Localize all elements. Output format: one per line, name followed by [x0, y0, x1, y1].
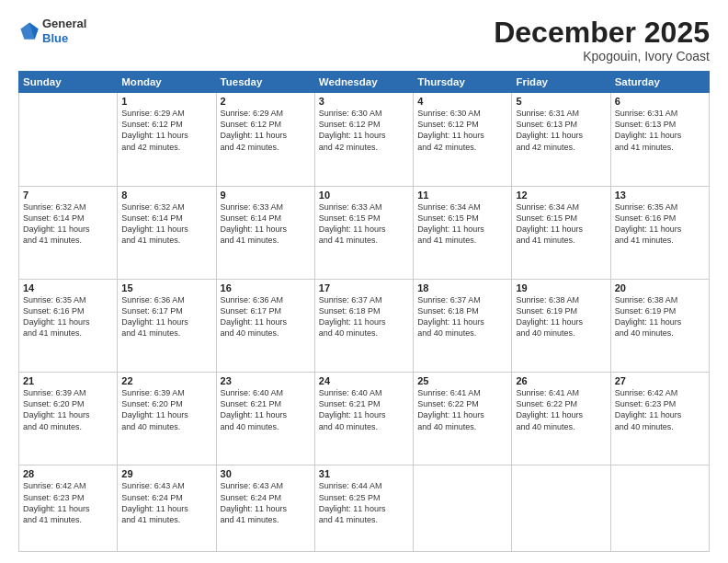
day-info: Sunrise: 6:43 AM Sunset: 6:24 PM Dayligh…	[221, 480, 311, 525]
weekday-header-thursday: Thursday	[414, 72, 512, 93]
day-number: 3	[319, 96, 409, 107]
day-number: 29	[121, 468, 211, 479]
day-number: 9	[221, 190, 311, 201]
calendar-cell: 2Sunrise: 6:29 AM Sunset: 6:12 PM Daylig…	[216, 93, 314, 186]
day-info: Sunrise: 6:39 AM Sunset: 6:20 PM Dayligh…	[23, 387, 113, 432]
weekday-header-wednesday: Wednesday	[314, 72, 413, 93]
logo-blue: Blue	[42, 31, 68, 45]
day-info: Sunrise: 6:32 AM Sunset: 6:14 PM Dayligh…	[121, 201, 211, 247]
day-info: Sunrise: 6:34 AM Sunset: 6:15 PM Dayligh…	[417, 201, 507, 247]
calendar-cell: 13Sunrise: 6:35 AM Sunset: 6:16 PM Dayli…	[610, 186, 709, 279]
day-number: 25	[417, 375, 507, 386]
day-number: 10	[319, 190, 409, 201]
calendar-cell: 8Sunrise: 6:32 AM Sunset: 6:14 PM Daylig…	[118, 186, 216, 279]
calendar-cell: 16Sunrise: 6:36 AM Sunset: 6:17 PM Dayli…	[216, 279, 314, 372]
calendar-week-row: 7Sunrise: 6:32 AM Sunset: 6:14 PM Daylig…	[19, 186, 710, 279]
day-number: 5	[516, 96, 606, 107]
day-info: Sunrise: 6:29 AM Sunset: 6:12 PM Dayligh…	[121, 108, 211, 153]
day-number: 22	[121, 375, 211, 386]
calendar-cell: 24Sunrise: 6:40 AM Sunset: 6:21 PM Dayli…	[314, 373, 413, 465]
calendar-cell: 21Sunrise: 6:39 AM Sunset: 6:20 PM Dayli…	[19, 373, 118, 465]
day-number: 15	[121, 282, 211, 293]
calendar-cell: 5Sunrise: 6:31 AM Sunset: 6:13 PM Daylig…	[512, 93, 610, 186]
calendar-cell: 23Sunrise: 6:40 AM Sunset: 6:21 PM Dayli…	[216, 373, 314, 465]
weekday-header-saturday: Saturday	[610, 72, 709, 93]
calendar-cell: 22Sunrise: 6:39 AM Sunset: 6:20 PM Dayli…	[118, 373, 216, 465]
day-number: 4	[417, 96, 507, 107]
day-info: Sunrise: 6:33 AM Sunset: 6:15 PM Dayligh…	[319, 201, 409, 247]
calendar-cell: 31Sunrise: 6:44 AM Sunset: 6:25 PM Dayli…	[314, 465, 413, 552]
day-number: 14	[23, 282, 113, 293]
logo-text: General Blue	[42, 17, 86, 45]
calendar-week-row: 28Sunrise: 6:42 AM Sunset: 6:23 PM Dayli…	[19, 465, 710, 552]
calendar-week-row: 1Sunrise: 6:29 AM Sunset: 6:12 PM Daylig…	[19, 93, 710, 186]
calendar-cell: 14Sunrise: 6:35 AM Sunset: 6:16 PM Dayli…	[19, 279, 118, 372]
day-number: 8	[121, 190, 211, 201]
weekday-header-monday: Monday	[118, 72, 216, 93]
day-info: Sunrise: 6:40 AM Sunset: 6:21 PM Dayligh…	[319, 387, 409, 432]
title-block: December 2025 Kpogouin, Ivory Coast	[494, 17, 710, 63]
day-number: 1	[121, 96, 211, 107]
calendar-cell: 17Sunrise: 6:37 AM Sunset: 6:18 PM Dayli…	[314, 279, 413, 372]
calendar-cell: 18Sunrise: 6:37 AM Sunset: 6:18 PM Dayli…	[414, 279, 512, 372]
day-info: Sunrise: 6:35 AM Sunset: 6:16 PM Dayligh…	[615, 201, 705, 247]
day-number: 30	[221, 468, 311, 479]
day-number: 11	[417, 190, 507, 201]
calendar-cell	[610, 465, 709, 552]
day-info: Sunrise: 6:30 AM Sunset: 6:12 PM Dayligh…	[319, 108, 409, 153]
day-number: 16	[221, 282, 311, 293]
day-info: Sunrise: 6:37 AM Sunset: 6:18 PM Dayligh…	[319, 294, 409, 339]
day-number: 21	[23, 375, 113, 386]
weekday-header-friday: Friday	[512, 72, 610, 93]
day-number: 20	[615, 282, 705, 293]
day-number: 12	[516, 190, 606, 201]
calendar-cell: 1Sunrise: 6:29 AM Sunset: 6:12 PM Daylig…	[118, 93, 216, 186]
weekday-header-tuesday: Tuesday	[216, 72, 314, 93]
day-number: 13	[615, 190, 705, 201]
day-info: Sunrise: 6:39 AM Sunset: 6:20 PM Dayligh…	[121, 387, 211, 432]
calendar-week-row: 14Sunrise: 6:35 AM Sunset: 6:16 PM Dayli…	[19, 279, 710, 372]
header: General Blue December 2025 Kpogouin, Ivo…	[18, 17, 710, 63]
calendar-cell: 27Sunrise: 6:42 AM Sunset: 6:23 PM Dayli…	[610, 373, 709, 465]
day-number: 26	[516, 375, 606, 386]
calendar-cell: 10Sunrise: 6:33 AM Sunset: 6:15 PM Dayli…	[314, 186, 413, 279]
day-info: Sunrise: 6:40 AM Sunset: 6:21 PM Dayligh…	[221, 387, 311, 432]
day-info: Sunrise: 6:36 AM Sunset: 6:17 PM Dayligh…	[121, 294, 211, 339]
day-number: 18	[417, 282, 507, 293]
day-number: 24	[319, 375, 409, 386]
day-info: Sunrise: 6:38 AM Sunset: 6:19 PM Dayligh…	[516, 294, 606, 339]
calendar-cell: 19Sunrise: 6:38 AM Sunset: 6:19 PM Dayli…	[512, 279, 610, 372]
calendar-cell: 6Sunrise: 6:31 AM Sunset: 6:13 PM Daylig…	[610, 93, 709, 186]
day-info: Sunrise: 6:44 AM Sunset: 6:25 PM Dayligh…	[319, 480, 409, 525]
day-number: 2	[221, 96, 311, 107]
day-info: Sunrise: 6:29 AM Sunset: 6:12 PM Dayligh…	[221, 108, 311, 153]
calendar-cell: 30Sunrise: 6:43 AM Sunset: 6:24 PM Dayli…	[216, 465, 314, 552]
day-info: Sunrise: 6:36 AM Sunset: 6:17 PM Dayligh…	[221, 294, 311, 339]
day-info: Sunrise: 6:41 AM Sunset: 6:22 PM Dayligh…	[516, 387, 606, 432]
location-subtitle: Kpogouin, Ivory Coast	[494, 49, 710, 63]
calendar-cell: 7Sunrise: 6:32 AM Sunset: 6:14 PM Daylig…	[19, 186, 118, 279]
logo-icon	[18, 20, 40, 42]
calendar-cell: 11Sunrise: 6:34 AM Sunset: 6:15 PM Dayli…	[414, 186, 512, 279]
calendar-cell: 9Sunrise: 6:33 AM Sunset: 6:14 PM Daylig…	[216, 186, 314, 279]
calendar-cell: 26Sunrise: 6:41 AM Sunset: 6:22 PM Dayli…	[512, 373, 610, 465]
page: General Blue December 2025 Kpogouin, Ivo…	[0, 0, 728, 563]
day-info: Sunrise: 6:32 AM Sunset: 6:14 PM Dayligh…	[23, 201, 113, 247]
calendar-table: SundayMondayTuesdayWednesdayThursdayFrid…	[18, 71, 710, 552]
month-title: December 2025	[494, 17, 710, 49]
calendar-cell: 12Sunrise: 6:34 AM Sunset: 6:15 PM Dayli…	[512, 186, 610, 279]
day-number: 31	[319, 468, 409, 479]
calendar-cell	[512, 465, 610, 552]
day-number: 19	[516, 282, 606, 293]
day-info: Sunrise: 6:34 AM Sunset: 6:15 PM Dayligh…	[516, 201, 606, 247]
day-number: 17	[319, 282, 409, 293]
day-info: Sunrise: 6:42 AM Sunset: 6:23 PM Dayligh…	[23, 480, 113, 525]
day-number: 27	[615, 375, 705, 386]
day-info: Sunrise: 6:43 AM Sunset: 6:24 PM Dayligh…	[121, 480, 211, 525]
calendar-cell: 28Sunrise: 6:42 AM Sunset: 6:23 PM Dayli…	[19, 465, 118, 552]
calendar-cell: 3Sunrise: 6:30 AM Sunset: 6:12 PM Daylig…	[314, 93, 413, 186]
day-info: Sunrise: 6:37 AM Sunset: 6:18 PM Dayligh…	[417, 294, 507, 339]
day-number: 7	[23, 190, 113, 201]
calendar-header-row: SundayMondayTuesdayWednesdayThursdayFrid…	[19, 72, 710, 93]
day-info: Sunrise: 6:31 AM Sunset: 6:13 PM Dayligh…	[516, 108, 606, 153]
